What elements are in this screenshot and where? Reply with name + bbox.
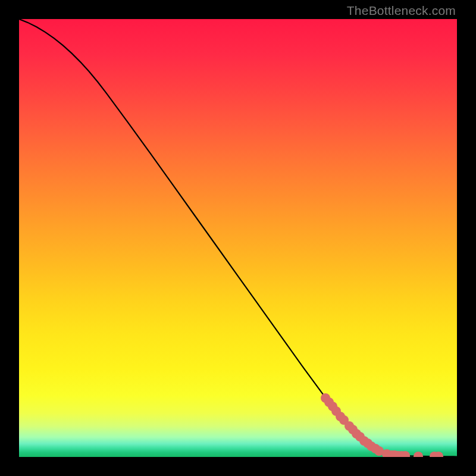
plot-area [19, 19, 457, 457]
data-marker [434, 452, 443, 457]
chart-curve [19, 19, 457, 457]
watermark-text: TheBottleneck.com [347, 4, 456, 18]
data-marker [400, 451, 410, 457]
data-marker [414, 452, 423, 457]
